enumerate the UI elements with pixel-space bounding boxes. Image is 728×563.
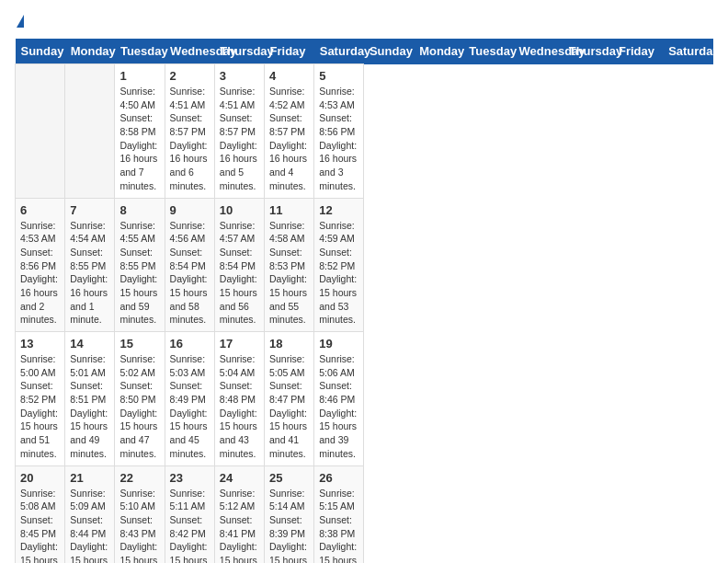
day-number: 24 [220, 471, 259, 485]
daylight-text: Daylight: 15 hours and 43 minutes. [220, 408, 257, 459]
sunset-text: Sunset: 8:50 PM [119, 380, 155, 405]
sunrise-text: Sunrise: 4:51 AM [220, 86, 256, 110]
sunrise-text: Sunrise: 5:11 AM [170, 488, 206, 512]
day-number: 19 [319, 337, 358, 350]
cell-info: Sunrise: 4:53 AMSunset: 8:56 PMDaylight:… [319, 85, 358, 193]
calendar-cell: 12Sunrise: 4:59 AMSunset: 8:52 PMDayligh… [314, 198, 364, 332]
cell-info: Sunrise: 4:53 AMSunset: 8:56 PMDaylight:… [20, 219, 60, 327]
sunrise-text: Sunrise: 4:52 AM [269, 86, 305, 110]
cell-info: Sunrise: 4:50 AMSunset: 8:58 PMDaylight:… [119, 85, 159, 193]
day-number: 11 [269, 203, 309, 217]
daylight-text: Daylight: 16 hours and 2 minutes. [20, 273, 58, 325]
calendar-cell [16, 64, 65, 199]
cell-info: Sunrise: 5:10 AMSunset: 8:43 PMDaylight:… [119, 487, 159, 564]
calendar-body: 1Sunrise: 4:50 AMSunset: 8:58 PMDaylight… [16, 64, 713, 564]
daylight-text: Daylight: 16 hours and 5 minutes. [220, 140, 257, 191]
day-number: 1 [119, 69, 159, 83]
sunset-text: Sunset: 8:44 PM [70, 514, 106, 539]
sunrise-text: Sunrise: 4:56 AM [170, 220, 206, 245]
sunrise-text: Sunrise: 4:53 AM [319, 86, 355, 110]
cell-info: Sunrise: 5:08 AMSunset: 8:45 PMDaylight:… [20, 487, 60, 564]
daylight-text: Daylight: 15 hours and 37 minutes. [20, 541, 58, 563]
daylight-text: Daylight: 15 hours and 41 minutes. [269, 408, 307, 459]
day-number: 26 [319, 471, 358, 485]
calendar-table: SundayMondayTuesdayWednesdayThursdayFrid… [15, 39, 713, 563]
day-number: 21 [70, 471, 109, 485]
sunrise-text: Sunrise: 5:12 AM [220, 488, 256, 512]
daylight-text: Daylight: 16 hours and 4 minutes. [269, 140, 307, 191]
sunrise-text: Sunrise: 5:08 AM [20, 488, 56, 512]
daylight-text: Daylight: 15 hours and 35 minutes. [70, 541, 108, 563]
cell-info: Sunrise: 5:14 AMSunset: 8:39 PMDaylight:… [269, 487, 309, 564]
sunrise-text: Sunrise: 4:54 AM [70, 220, 106, 245]
cell-info: Sunrise: 4:52 AMSunset: 8:57 PMDaylight:… [269, 85, 309, 193]
cell-info: Sunrise: 5:15 AMSunset: 8:38 PMDaylight:… [319, 487, 358, 564]
sunset-text: Sunset: 8:54 PM [220, 247, 256, 271]
calendar-cell: 17Sunrise: 5:04 AMSunset: 8:48 PMDayligh… [214, 332, 264, 466]
sunset-text: Sunset: 8:45 PM [20, 514, 56, 539]
daylight-text: Daylight: 15 hours and 45 minutes. [170, 408, 208, 459]
calendar-cell: 5Sunrise: 4:53 AMSunset: 8:56 PMDaylight… [314, 64, 364, 199]
weekday-header-tuesday: Tuesday [463, 39, 513, 64]
sunset-text: Sunset: 8:48 PM [220, 380, 256, 405]
sunset-text: Sunset: 8:56 PM [319, 112, 355, 137]
sunset-text: Sunset: 8:49 PM [170, 380, 206, 405]
cell-info: Sunrise: 4:59 AMSunset: 8:52 PMDaylight:… [319, 219, 358, 327]
sunset-text: Sunset: 8:41 PM [220, 514, 256, 539]
cell-info: Sunrise: 4:51 AMSunset: 8:57 PMDaylight:… [170, 85, 210, 193]
day-number: 3 [220, 69, 259, 83]
calendar-cell: 21Sunrise: 5:09 AMSunset: 8:44 PMDayligh… [65, 465, 115, 563]
sunrise-text: Sunrise: 5:05 AM [269, 353, 305, 378]
calendar-week-4: 20Sunrise: 5:08 AMSunset: 8:45 PMDayligh… [16, 465, 713, 563]
daylight-text: Daylight: 15 hours and 28 minutes. [220, 541, 257, 563]
sunset-text: Sunset: 8:52 PM [20, 380, 56, 405]
calendar-cell [65, 64, 115, 199]
daylight-text: Daylight: 16 hours and 6 minutes. [170, 140, 208, 191]
day-number: 5 [319, 69, 358, 83]
weekday-header-saturday: Saturday [314, 39, 364, 64]
daylight-text: Daylight: 15 hours and 53 minutes. [319, 273, 357, 325]
sunrise-text: Sunrise: 5:03 AM [170, 353, 206, 378]
calendar-cell: 1Sunrise: 4:50 AMSunset: 8:58 PMDaylight… [115, 64, 165, 199]
calendar-cell: 22Sunrise: 5:10 AMSunset: 8:43 PMDayligh… [115, 465, 165, 563]
header-row: SundayMondayTuesdayWednesdayThursdayFrid… [16, 39, 713, 64]
daylight-text: Daylight: 15 hours and 56 minutes. [220, 273, 257, 325]
cell-info: Sunrise: 5:01 AMSunset: 8:51 PMDaylight:… [70, 352, 109, 461]
sunset-text: Sunset: 8:39 PM [269, 514, 305, 539]
sunrise-text: Sunrise: 4:51 AM [170, 86, 206, 110]
weekday-header-friday: Friday [265, 39, 314, 64]
day-number: 16 [170, 337, 210, 350]
calendar-cell: 20Sunrise: 5:08 AMSunset: 8:45 PMDayligh… [16, 465, 65, 563]
sunset-text: Sunset: 8:53 PM [269, 247, 305, 271]
calendar-week-2: 6Sunrise: 4:53 AMSunset: 8:56 PMDaylight… [16, 198, 713, 332]
day-number: 12 [319, 203, 358, 217]
sunrise-text: Sunrise: 4:57 AM [220, 220, 256, 245]
cell-info: Sunrise: 4:57 AMSunset: 8:54 PMDaylight:… [220, 219, 259, 327]
weekday-header-thursday: Thursday [214, 39, 264, 64]
sunrise-text: Sunrise: 5:04 AM [220, 353, 256, 378]
sunset-text: Sunset: 8:52 PM [319, 247, 355, 271]
daylight-text: Daylight: 16 hours and 1 minute. [70, 273, 108, 325]
cell-info: Sunrise: 5:06 AMSunset: 8:46 PMDaylight:… [319, 352, 358, 461]
daylight-text: Daylight: 15 hours and 51 minutes. [20, 408, 58, 459]
sunset-text: Sunset: 8:55 PM [70, 247, 106, 271]
cell-info: Sunrise: 5:03 AMSunset: 8:49 PMDaylight:… [170, 352, 210, 461]
daylight-text: Daylight: 15 hours and 30 minutes. [170, 541, 208, 563]
calendar-cell: 13Sunrise: 5:00 AMSunset: 8:52 PMDayligh… [16, 332, 65, 466]
weekday-header-sunday: Sunday [16, 39, 65, 64]
sunset-text: Sunset: 8:57 PM [220, 112, 256, 137]
day-number: 20 [20, 471, 60, 485]
weekday-header-tuesday: Tuesday [115, 39, 165, 64]
day-number: 9 [170, 203, 210, 217]
calendar-cell: 6Sunrise: 4:53 AMSunset: 8:56 PMDaylight… [16, 198, 65, 332]
cell-info: Sunrise: 4:51 AMSunset: 8:57 PMDaylight:… [220, 85, 259, 193]
cell-info: Sunrise: 5:05 AMSunset: 8:47 PMDaylight:… [269, 352, 309, 461]
day-number: 2 [170, 69, 210, 83]
sunrise-text: Sunrise: 5:09 AM [70, 488, 106, 512]
sunset-text: Sunset: 8:47 PM [269, 380, 305, 405]
calendar-cell: 15Sunrise: 5:02 AMSunset: 8:50 PMDayligh… [115, 332, 165, 466]
day-number: 15 [119, 337, 159, 350]
sunrise-text: Sunrise: 4:53 AM [20, 220, 56, 245]
daylight-text: Daylight: 16 hours and 7 minutes. [119, 140, 157, 191]
calendar-cell: 26Sunrise: 5:15 AMSunset: 8:38 PMDayligh… [314, 465, 364, 563]
